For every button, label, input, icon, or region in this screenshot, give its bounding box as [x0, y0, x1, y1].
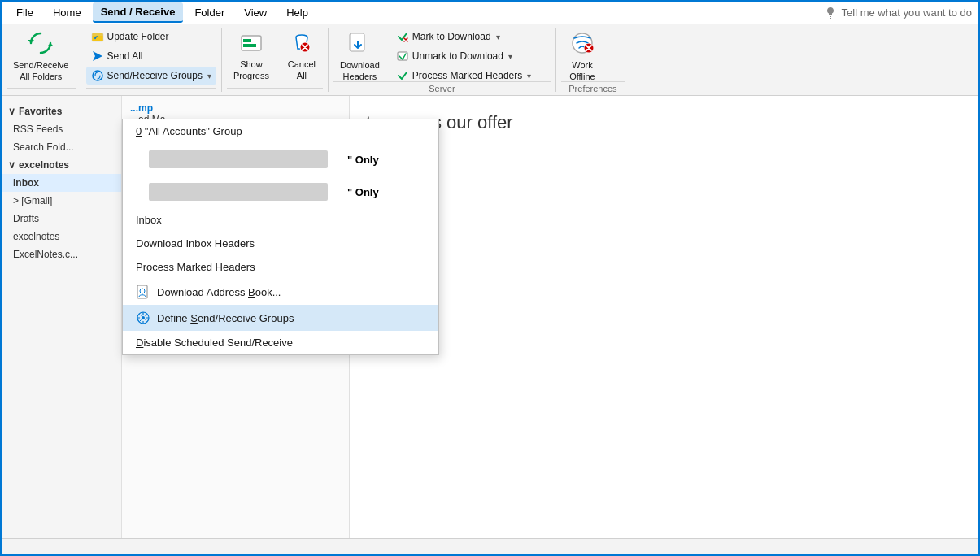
- ribbon-group-label-preferences: Preferences: [561, 81, 625, 95]
- menu-view[interactable]: View: [236, 3, 275, 22]
- content-area: to access our offer: [350, 96, 978, 538]
- menu-folder[interactable]: Folder: [186, 3, 233, 22]
- unmark-dropdown-arrow: ▾: [508, 52, 512, 61]
- dropdown-item-dl-inbox-headers[interactable]: Download Inbox Headers: [123, 232, 438, 255]
- blurred-suffix-1: " Only: [347, 154, 379, 166]
- cancel-all-icon: [289, 31, 315, 55]
- mark-dropdown-arrow: ▾: [496, 33, 500, 41]
- sidebar-item-inbox[interactable]: Inbox: [2, 174, 121, 192]
- ribbon-group-actions: Update Folder Send All Send/Receive Grou…: [81, 28, 222, 92]
- send-all-label: Send All: [107, 50, 143, 62]
- sidebar-item-drafts[interactable]: Drafts: [2, 210, 121, 228]
- send-receive-groups-button[interactable]: Send/Receive Groups ▾: [86, 67, 216, 85]
- all-accounts-label: 0 "All Accounts" Group: [136, 125, 242, 137]
- mark-to-download-button[interactable]: Mark to Download ▾: [391, 28, 536, 46]
- update-folder-button[interactable]: Update Folder: [86, 28, 216, 46]
- sidebar-item-excelnotes[interactable]: excelnotes: [2, 228, 121, 245]
- ribbon-group-label-progress: [227, 88, 323, 92]
- svg-marker-4: [93, 51, 102, 61]
- ribbon-group-label-sr: [7, 88, 76, 92]
- define-sr-groups-label: Define Send/Receive Groups: [157, 312, 294, 324]
- cancel-all-button[interactable]: CancelAll: [281, 31, 323, 81]
- server-small-buttons: Mark to Download ▾ Unmark to Download ▾ …: [391, 31, 536, 81]
- blurred-name-2: [149, 183, 328, 201]
- svg-rect-2: [92, 33, 103, 41]
- send-receive-all-button[interactable]: Send/ReceiveAll Folders: [7, 31, 76, 81]
- sidebar-item-gmail[interactable]: > [Gmail]: [2, 192, 121, 210]
- excelnotes-chevron: ∨: [8, 159, 15, 171]
- ribbon-top-server: DownloadHeaders Mark to Download ▾: [333, 31, 551, 81]
- menu-bar: File Home Send / Receive Folder View Hel…: [2, 2, 978, 24]
- blurred-suffix-2: " Only: [347, 186, 379, 198]
- process-marked-dropdown-arrow: ▾: [527, 72, 531, 80]
- download-headers-icon: [346, 30, 372, 56]
- ribbon-small-actions: Update Folder Send All Send/Receive Grou…: [86, 31, 216, 81]
- svg-rect-7: [243, 39, 251, 42]
- dropdown-item-process-marked[interactable]: Process Marked Headers: [123, 255, 438, 279]
- update-folder-icon: [91, 30, 104, 43]
- work-offline-button[interactable]: WorkOffline: [561, 31, 603, 81]
- sidebar-excelnotes-header[interactable]: ∨ excelnotes: [2, 156, 121, 174]
- unmark-to-download-button[interactable]: Unmark to Download ▾: [391, 47, 536, 65]
- dropdown-item-blurred-2[interactable]: " Only: [123, 176, 438, 208]
- menu-file[interactable]: File: [8, 3, 41, 22]
- favorites-chevron: ∨: [8, 106, 15, 117]
- sidebar-item-search-fold[interactable]: Search Fold...: [2, 138, 121, 156]
- ribbon-top-actions: Update Folder Send All Send/Receive Grou…: [86, 31, 216, 88]
- menu-help[interactable]: Help: [278, 3, 316, 22]
- blurred-name-1: [149, 150, 328, 168]
- ribbon-group-send-receive: Send/ReceiveAll Folders: [2, 28, 81, 92]
- process-marked-dropdown-label: Process Marked Headers: [136, 261, 255, 273]
- dropdown-item-define-sr-groups[interactable]: Define Send/Receive Groups: [123, 305, 438, 331]
- show-progress-button[interactable]: ShowProgress: [227, 31, 276, 81]
- sidebar-item-rss[interactable]: RSS Feeds: [2, 120, 121, 138]
- send-receive-groups-icon: [91, 69, 104, 82]
- ribbon-group-progress: ShowProgress CancelAll: [222, 28, 329, 92]
- menu-send-receive[interactable]: Send / Receive: [93, 2, 184, 23]
- ribbon-group-label-actions: [86, 88, 216, 92]
- show-progress-label: ShowProgress: [233, 59, 269, 82]
- menu-home[interactable]: Home: [45, 3, 89, 22]
- excelnotes-label: excelnotes: [19, 159, 69, 171]
- lightbulb-icon: [824, 7, 837, 20]
- send-receive-icon: [28, 30, 54, 56]
- svg-marker-1: [47, 43, 54, 46]
- ribbon-group-preferences: WorkOffline Preferences: [556, 28, 629, 92]
- dropdown-item-inbox[interactable]: Inbox: [123, 208, 438, 232]
- dropdown-inbox-label: Inbox: [136, 214, 162, 226]
- download-headers-button[interactable]: DownloadHeaders: [333, 31, 386, 81]
- dl-inbox-headers-label: Download Inbox Headers: [136, 237, 255, 250]
- cancel-all-label: CancelAll: [288, 59, 316, 82]
- mark-download-icon: [396, 30, 409, 43]
- ribbon-top-sr: Send/ReceiveAll Folders: [7, 31, 76, 88]
- disable-scheduled-label: Disable Scheduled Send/Receive: [136, 337, 293, 349]
- send-receive-all-label: Send/ReceiveAll Folders: [13, 59, 69, 83]
- ribbon-group-server: DownloadHeaders Mark to Download ▾: [329, 28, 556, 92]
- email-sender-0: ...mp: [130, 102, 341, 114]
- svg-point-19: [142, 316, 145, 319]
- send-all-icon: [91, 50, 104, 63]
- dropdown-item-all-accounts[interactable]: 0 "All Accounts" Group: [123, 119, 438, 143]
- update-folder-label: Update Folder: [107, 31, 169, 42]
- sidebar-item-excelnotes-c[interactable]: ExcelNotes.c...: [2, 245, 121, 263]
- work-offline-label: WorkOffline: [569, 59, 595, 83]
- dropdown-item-dl-address-book[interactable]: Download Address Book...: [123, 279, 438, 305]
- search-bar: Tell me what you want to do: [824, 7, 972, 20]
- send-receive-groups-dropdown: 0 "All Accounts" Group " Only " Only Inb…: [122, 119, 439, 355]
- dropdown-item-blurred-1[interactable]: " Only: [123, 143, 438, 176]
- work-offline-icon: [569, 30, 595, 56]
- sidebar: ∨ Favorites RSS Feeds Search Fold... ∨ e…: [2, 96, 122, 538]
- dl-address-book-label: Download Address Book...: [157, 286, 281, 298]
- dropdown-item-disable-scheduled[interactable]: Disable Scheduled Send/Receive: [123, 331, 438, 354]
- search-placeholder[interactable]: Tell me what you want to do: [842, 7, 972, 19]
- svg-rect-6: [242, 36, 261, 50]
- mark-to-download-label: Mark to Download: [412, 31, 491, 42]
- sidebar-favorites-header[interactable]: ∨ Favorites: [2, 102, 121, 120]
- status-bar: [2, 538, 978, 556]
- send-receive-groups-label: Send/Receive Groups: [107, 70, 203, 81]
- send-all-button[interactable]: Send All: [86, 47, 216, 65]
- ribbon-top-preferences: WorkOffline: [561, 31, 625, 81]
- process-marked-label: Process Marked Headers: [412, 70, 522, 81]
- ribbon: Send/ReceiveAll Folders Update Folder: [2, 24, 978, 96]
- svg-rect-8: [243, 44, 256, 47]
